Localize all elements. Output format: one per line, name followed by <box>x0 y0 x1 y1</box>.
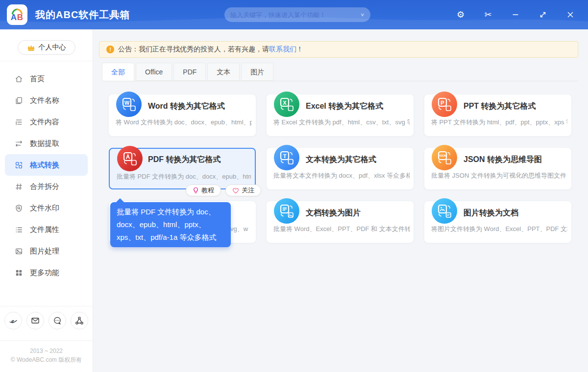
file-content-icon <box>15 118 23 126</box>
svg-text:A: A <box>11 13 17 22</box>
tutorial-button[interactable]: 教程 <box>186 185 221 196</box>
chat-link[interactable] <box>49 312 66 329</box>
copyright: 2013 ~ 2022 © WodeABC.com 版权所有 <box>0 341 93 372</box>
ppt-convert-icon: P <box>432 92 457 117</box>
social-links: e <box>0 306 93 334</box>
image-to-doc-icon <box>432 198 457 224</box>
file-name-icon <box>15 96 23 105</box>
announcement-prefix: 公告：我们正在寻找优秀的投资人，若有兴趣，请 <box>118 45 269 53</box>
doc-to-image-icon <box>274 198 299 224</box>
share-network-icon <box>74 316 84 326</box>
sidebar-item-label: 首页 <box>30 74 45 84</box>
search-input[interactable] <box>230 11 360 19</box>
card-desc: 将 Word 文件转换为 doc、docx、epub、html、pd <box>116 118 252 127</box>
follow-label: 关注 <box>242 186 254 195</box>
sidebar-divider <box>0 61 93 61</box>
card-desc: 将 PPT 文件转换为 html、pdf、ppt、pptx、xps 等众 <box>431 118 567 127</box>
sidebar-item-data-extract[interactable]: 数据提取 <box>0 133 93 154</box>
sidebar-bottom: e 2013 ~ 2022 © WodeABC.com 版权所有 <box>0 300 93 372</box>
pdf-convert-icon <box>117 146 143 171</box>
tab-all[interactable]: 全部 <box>102 63 134 81</box>
tab-pdf[interactable]: PDF <box>173 63 206 81</box>
sidebar-item-merge-split[interactable]: 合并拆分 <box>0 176 93 197</box>
sidebar-item-image-process[interactable]: 图片处理 <box>0 240 93 262</box>
json-mindmap-icon: JSON <box>432 145 457 170</box>
announcement-bar: ! 公告：我们正在寻找优秀的投资人，若有兴趣，请联系我们！ <box>99 41 578 58</box>
contact-us-link[interactable]: 联系我们 <box>269 45 296 53</box>
exclamation-icon: ! <box>106 46 114 53</box>
card-doc-to-image[interactable]: 文档转换为图片 批量将 Word、Excel、PPT、PDF 和 文本文件转换为 <box>267 201 414 243</box>
card-desc: 将图片文件转换为 Word、Excel、PPT、PDF 文档格 <box>431 225 567 233</box>
card-title: 文档转换为图片 <box>306 208 361 218</box>
sidebar-item-label: 文件名称 <box>30 96 59 105</box>
app-version: v6.17.0 <box>109 12 128 19</box>
sidebar: 个人中心 首页 文件名称 文件内容 数据提取 格式转换 <box>0 29 93 372</box>
maximize-button[interactable] <box>529 0 557 29</box>
excel-convert-icon: X <box>274 92 299 117</box>
tutorial-label: 教程 <box>201 186 214 195</box>
card-desc: 批量将 Word、Excel、PPT、PDF 和 文本文件转换为 <box>273 225 410 233</box>
sidebar-item-file-name[interactable]: 文件名称 <box>0 90 93 111</box>
chat-icon <box>52 316 62 326</box>
sidebar-item-label: 数据提取 <box>30 139 59 148</box>
announcement-text: 公告：我们正在寻找优秀的投资人，若有兴趣，请联系我们！ <box>118 45 303 54</box>
ie-browser-icon: e <box>8 316 18 326</box>
card-json-mindmap[interactable]: JSON JSON 转换为思维导图 批量将 JSON 文件转换为可视化的思维导图… <box>424 148 571 189</box>
global-search[interactable]: ∨ <box>224 7 370 22</box>
main-content: ! 公告：我们正在寻找优秀的投资人，若有兴趣，请联系我们！ 全部 Office … <box>93 29 588 372</box>
card-image-to-doc[interactable]: 图片转换为文档 将图片文件转换为 Word、Excel、PPT、PDF 文档格 <box>424 201 571 243</box>
sidebar-item-label: 图片处理 <box>30 247 59 256</box>
svg-text:W: W <box>124 100 130 106</box>
tab-image[interactable]: 图片 <box>241 63 273 81</box>
title-bar: A B 我的ABC软件工具箱 v6.17.0 ∨ ⚙ ✂ <box>0 0 588 29</box>
card-ppt-convert[interactable]: P PPT 转换为其它格式 将 PPT 文件转换为 html、pdf、ppt、p… <box>424 94 571 136</box>
sidebar-item-format-convert[interactable]: 格式转换 <box>5 154 88 176</box>
tab-text[interactable]: 文本 <box>207 63 240 81</box>
card-desc-fragment: vg、w <box>230 225 248 233</box>
profile-center-button[interactable]: 个人中心 <box>18 40 75 55</box>
sidebar-item-watermark[interactable]: 文件水印 <box>0 197 93 219</box>
share-link[interactable] <box>71 312 88 329</box>
card-title: Word 转换为其它格式 <box>148 101 225 112</box>
close-button[interactable] <box>557 0 584 29</box>
tab-office[interactable]: Office <box>136 63 172 81</box>
svg-text:X: X <box>283 100 287 106</box>
sidebar-item-file-attrs[interactable]: 文件属性 <box>0 219 93 240</box>
app-window: A B 我的ABC软件工具箱 v6.17.0 ∨ ⚙ ✂ <box>0 0 588 372</box>
lightbulb-icon <box>193 187 199 194</box>
card-text-convert[interactable]: T 文本转换为其它格式 批量将文本文件转换为 docx、pdf、xlsx 等众多… <box>267 148 414 189</box>
chevron-down-icon[interactable]: ∨ <box>360 12 365 17</box>
card-desc: 批量将文本文件转换为 docx、pdf、xlsx 等众多格式 <box>273 171 410 180</box>
mail-link[interactable] <box>26 312 44 329</box>
copyright-owner: © WodeABC.com 版权所有 <box>0 355 93 364</box>
card-desc: 将 Excel 文件转换为 pdf、html、csv、txt、svg 等众 <box>273 118 410 127</box>
card-desc: 批量将 JSON 文件转换为可视化的思维导图文件，在 <box>431 171 567 180</box>
svg-text:B: B <box>17 13 23 22</box>
category-tabs: 全部 Office PDF 文本 图片 <box>102 63 578 81</box>
mail-icon <box>30 316 40 326</box>
svg-text:e: e <box>11 317 14 325</box>
card-excel-convert[interactable]: X Excel 转换为其它格式 将 Excel 文件转换为 pdf、html、c… <box>267 94 414 136</box>
app-logo: A B <box>6 4 28 25</box>
card-title: PPT 转换为其它格式 <box>464 101 536 112</box>
sidebar-item-more-features[interactable]: 更多功能 <box>0 262 93 283</box>
card-pdf-convert[interactable]: PDF 转换为其它格式 批量将 PDF 文件转换为 doc、docx、epub、… <box>109 148 256 189</box>
follow-button[interactable]: 关注 <box>225 185 261 196</box>
crown-icon <box>27 44 35 51</box>
heart-icon <box>232 187 239 194</box>
screenshot-button[interactable]: ✂ <box>474 0 502 29</box>
announcement-suffix: ！ <box>296 45 303 53</box>
sidebar-item-label: 更多功能 <box>30 268 59 278</box>
more-features-icon <box>15 269 23 277</box>
home-icon <box>15 75 23 83</box>
data-extract-icon <box>15 140 23 148</box>
sidebar-item-label: 合并拆分 <box>30 182 59 191</box>
card-word-convert[interactable]: W Word 转换为其它格式 将 Word 文件转换为 doc、docx、epu… <box>109 94 256 136</box>
sidebar-menu: 首页 文件名称 文件内容 数据提取 格式转换 合并拆分 <box>0 68 93 283</box>
browser-link[interactable]: e <box>4 312 22 329</box>
sidebar-item-file-content[interactable]: 文件内容 <box>0 111 93 133</box>
settings-button[interactable]: ⚙ <box>447 0 474 29</box>
sidebar-item-home[interactable]: 首页 <box>0 68 93 90</box>
minimize-button[interactable] <box>502 0 529 29</box>
format-convert-icon <box>15 161 23 169</box>
